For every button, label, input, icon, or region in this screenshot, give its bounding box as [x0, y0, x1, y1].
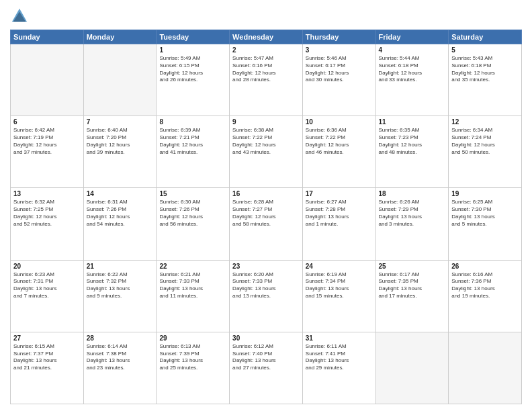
calendar-cell: 26Sunrise: 6:16 AM Sunset: 7:36 PM Dayli…: [449, 260, 522, 332]
page: SundayMondayTuesdayWednesdayThursdayFrid…: [0, 0, 532, 411]
calendar-cell: 31Sunrise: 6:11 AM Sunset: 7:41 PM Dayli…: [302, 332, 375, 404]
cell-content: Sunrise: 6:23 AM Sunset: 7:31 PM Dayligh…: [13, 271, 81, 300]
day-number: 7: [87, 118, 154, 126]
day-number: 30: [232, 334, 300, 342]
cell-content: Sunrise: 6:20 AM Sunset: 7:33 PM Dayligh…: [232, 271, 300, 300]
calendar-week-row: 13Sunrise: 6:32 AM Sunset: 7:25 PM Dayli…: [11, 188, 522, 260]
calendar-cell: 3Sunrise: 5:46 AM Sunset: 6:17 PM Daylig…: [302, 44, 375, 116]
calendar-cell: 21Sunrise: 6:22 AM Sunset: 7:32 PM Dayli…: [83, 260, 157, 332]
cell-content: Sunrise: 6:30 AM Sunset: 7:26 PM Dayligh…: [159, 199, 226, 228]
day-number: 12: [451, 118, 519, 126]
calendar-cell: 18Sunrise: 6:26 AM Sunset: 7:29 PM Dayli…: [375, 188, 449, 260]
day-number: 26: [451, 263, 519, 270]
cell-content: Sunrise: 6:22 AM Sunset: 7:32 PM Dayligh…: [87, 271, 154, 300]
day-number: 8: [159, 118, 226, 126]
cell-content: Sunrise: 6:13 AM Sunset: 7:39 PM Dayligh…: [159, 343, 226, 372]
day-number: 14: [87, 190, 154, 197]
cell-content: Sunrise: 6:40 AM Sunset: 7:20 PM Dayligh…: [87, 127, 154, 156]
calendar-cell: [83, 44, 157, 116]
calendar-header-row: SundayMondayTuesdayWednesdayThursdayFrid…: [11, 30, 522, 44]
calendar-cell: 4Sunrise: 5:44 AM Sunset: 6:18 PM Daylig…: [375, 44, 449, 116]
day-number: 4: [379, 46, 446, 54]
cell-content: Sunrise: 6:42 AM Sunset: 7:19 PM Dayligh…: [13, 127, 81, 156]
day-number: 31: [306, 334, 373, 342]
day-number: 15: [159, 190, 226, 197]
day-number: 2: [232, 46, 300, 54]
day-number: 27: [13, 334, 81, 342]
calendar-cell: 7Sunrise: 6:40 AM Sunset: 7:20 PM Daylig…: [83, 116, 157, 188]
cell-content: Sunrise: 6:11 AM Sunset: 7:41 PM Dayligh…: [306, 343, 373, 372]
calendar-cell: [11, 44, 84, 116]
calendar-week-row: 1Sunrise: 5:49 AM Sunset: 6:15 PM Daylig…: [11, 44, 522, 116]
cell-content: Sunrise: 5:44 AM Sunset: 6:18 PM Dayligh…: [379, 55, 446, 84]
day-number: 19: [451, 190, 519, 197]
cell-content: Sunrise: 6:35 AM Sunset: 7:23 PM Dayligh…: [379, 127, 446, 156]
cell-content: Sunrise: 6:31 AM Sunset: 7:26 PM Dayligh…: [87, 199, 154, 228]
day-number: 22: [159, 263, 226, 270]
calendar-day-header: Sunday: [11, 30, 84, 44]
cell-content: Sunrise: 5:43 AM Sunset: 6:18 PM Dayligh…: [451, 55, 519, 84]
calendar-day-header: Thursday: [302, 30, 375, 44]
calendar-cell: 25Sunrise: 6:17 AM Sunset: 7:35 PM Dayli…: [375, 260, 449, 332]
calendar-cell: 6Sunrise: 6:42 AM Sunset: 7:19 PM Daylig…: [11, 116, 84, 188]
calendar-cell: 15Sunrise: 6:30 AM Sunset: 7:26 PM Dayli…: [157, 188, 230, 260]
calendar-week-row: 20Sunrise: 6:23 AM Sunset: 7:31 PM Dayli…: [11, 260, 522, 332]
calendar-cell: 10Sunrise: 6:36 AM Sunset: 7:22 PM Dayli…: [302, 116, 375, 188]
day-number: 17: [306, 190, 373, 197]
day-number: 24: [306, 263, 373, 270]
cell-content: Sunrise: 6:16 AM Sunset: 7:36 PM Dayligh…: [451, 271, 519, 300]
calendar-cell: 1Sunrise: 5:49 AM Sunset: 6:15 PM Daylig…: [157, 44, 230, 116]
day-number: 3: [306, 46, 373, 54]
cell-content: Sunrise: 6:36 AM Sunset: 7:22 PM Dayligh…: [306, 127, 373, 156]
calendar-cell: 27Sunrise: 6:15 AM Sunset: 7:37 PM Dayli…: [11, 332, 84, 404]
calendar-cell: 17Sunrise: 6:27 AM Sunset: 7:28 PM Dayli…: [302, 188, 375, 260]
calendar-cell: 2Sunrise: 5:47 AM Sunset: 6:16 PM Daylig…: [230, 44, 303, 116]
day-number: 23: [232, 263, 300, 270]
cell-content: Sunrise: 6:27 AM Sunset: 7:28 PM Dayligh…: [306, 199, 373, 228]
logo-icon: [10, 7, 29, 26]
calendar-cell: 29Sunrise: 6:13 AM Sunset: 7:39 PM Dayli…: [157, 332, 230, 404]
calendar-day-header: Tuesday: [157, 30, 230, 44]
cell-content: Sunrise: 6:32 AM Sunset: 7:25 PM Dayligh…: [13, 199, 81, 228]
calendar-cell: 14Sunrise: 6:31 AM Sunset: 7:26 PM Dayli…: [83, 188, 157, 260]
day-number: 21: [87, 263, 154, 270]
day-number: 9: [232, 118, 300, 126]
cell-content: Sunrise: 6:12 AM Sunset: 7:40 PM Dayligh…: [232, 343, 300, 372]
calendar-day-header: Monday: [83, 30, 157, 44]
calendar-cell: 5Sunrise: 5:43 AM Sunset: 6:18 PM Daylig…: [449, 44, 522, 116]
calendar-cell: 12Sunrise: 6:34 AM Sunset: 7:24 PM Dayli…: [449, 116, 522, 188]
calendar-cell: 13Sunrise: 6:32 AM Sunset: 7:25 PM Dayli…: [11, 188, 84, 260]
cell-content: Sunrise: 5:46 AM Sunset: 6:17 PM Dayligh…: [306, 55, 373, 84]
calendar-cell: 8Sunrise: 6:39 AM Sunset: 7:21 PM Daylig…: [157, 116, 230, 188]
day-number: 25: [379, 263, 446, 270]
calendar-week-row: 6Sunrise: 6:42 AM Sunset: 7:19 PM Daylig…: [11, 116, 522, 188]
calendar-table: SundayMondayTuesdayWednesdayThursdayFrid…: [10, 30, 522, 404]
cell-content: Sunrise: 5:49 AM Sunset: 6:15 PM Dayligh…: [159, 55, 226, 84]
day-number: 11: [379, 118, 446, 126]
day-number: 5: [451, 46, 519, 54]
calendar-cell: 20Sunrise: 6:23 AM Sunset: 7:31 PM Dayli…: [11, 260, 84, 332]
cell-content: Sunrise: 5:47 AM Sunset: 6:16 PM Dayligh…: [232, 55, 300, 84]
day-number: 6: [13, 118, 81, 126]
day-number: 20: [13, 263, 81, 270]
cell-content: Sunrise: 6:21 AM Sunset: 7:33 PM Dayligh…: [159, 271, 226, 300]
calendar-cell: 24Sunrise: 6:19 AM Sunset: 7:34 PM Dayli…: [302, 260, 375, 332]
cell-content: Sunrise: 6:39 AM Sunset: 7:21 PM Dayligh…: [159, 127, 226, 156]
day-number: 29: [159, 334, 226, 342]
calendar-cell: 28Sunrise: 6:14 AM Sunset: 7:38 PM Dayli…: [83, 332, 157, 404]
cell-content: Sunrise: 6:34 AM Sunset: 7:24 PM Dayligh…: [451, 127, 519, 156]
calendar-cell: 11Sunrise: 6:35 AM Sunset: 7:23 PM Dayli…: [375, 116, 449, 188]
logo: [10, 7, 32, 26]
day-number: 10: [306, 118, 373, 126]
cell-content: Sunrise: 6:17 AM Sunset: 7:35 PM Dayligh…: [379, 271, 446, 300]
cell-content: Sunrise: 6:25 AM Sunset: 7:30 PM Dayligh…: [451, 199, 519, 228]
day-number: 16: [232, 190, 300, 197]
calendar-cell: 16Sunrise: 6:28 AM Sunset: 7:27 PM Dayli…: [230, 188, 303, 260]
cell-content: Sunrise: 6:26 AM Sunset: 7:29 PM Dayligh…: [379, 199, 446, 228]
calendar-cell: 23Sunrise: 6:20 AM Sunset: 7:33 PM Dayli…: [230, 260, 303, 332]
cell-content: Sunrise: 6:15 AM Sunset: 7:37 PM Dayligh…: [13, 343, 81, 372]
calendar-day-header: Saturday: [449, 30, 522, 44]
calendar-cell: 22Sunrise: 6:21 AM Sunset: 7:33 PM Dayli…: [157, 260, 230, 332]
day-number: 1: [159, 46, 226, 54]
day-number: 28: [87, 334, 154, 342]
